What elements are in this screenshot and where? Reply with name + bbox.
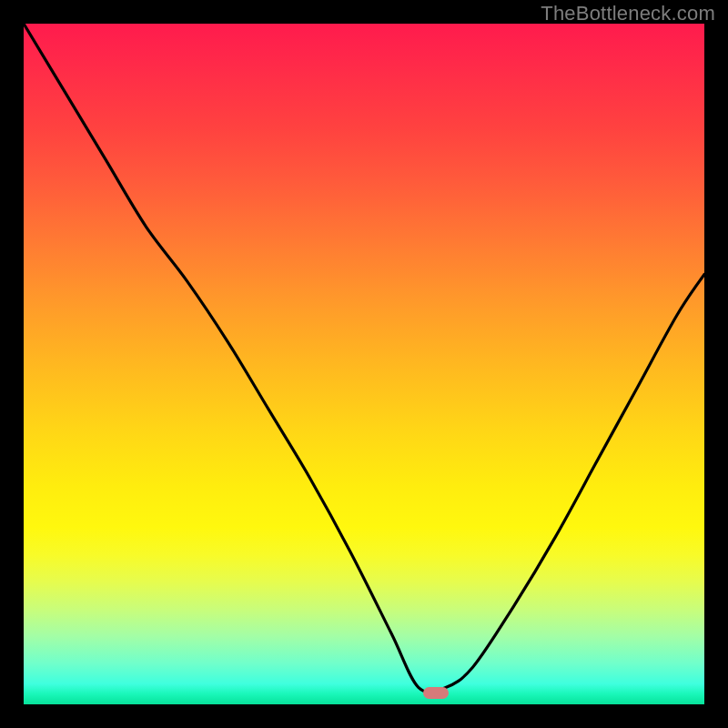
chart-frame: TheBottleneck.com: [0, 0, 728, 728]
watermark-text: TheBottleneck.com: [541, 2, 715, 25]
bottleneck-curve: [24, 24, 704, 704]
optimum-marker: [423, 687, 449, 699]
plot-area: [24, 24, 704, 704]
